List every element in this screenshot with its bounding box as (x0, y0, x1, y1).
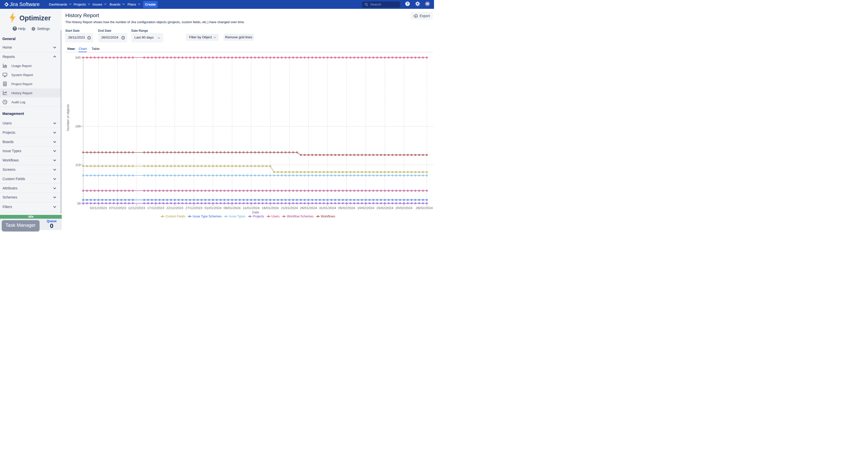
svg-text:10/02/2024: 10/02/2024 (357, 206, 374, 210)
svg-text:119: 119 (75, 163, 81, 167)
svg-text:345: 345 (75, 56, 81, 60)
svg-text:16/01/2024: 16/01/2024 (262, 206, 279, 210)
svg-text:27/12/2023: 27/12/2023 (186, 206, 203, 210)
svg-text:21/01/2024: 21/01/2024 (281, 206, 298, 210)
svg-text:199: 199 (75, 125, 81, 128)
svg-text:05/02/2024: 05/02/2024 (338, 206, 355, 210)
svg-text:12/12/2023: 12/12/2023 (128, 206, 145, 210)
svg-text:26/01/2024: 26/01/2024 (300, 206, 317, 210)
svg-text:20/02/2024: 20/02/2024 (396, 206, 412, 210)
svg-text:01/01/2024: 01/01/2024 (205, 206, 221, 210)
svg-text:15/02/2024: 15/02/2024 (376, 206, 394, 210)
svg-text:26/02/2024: 26/02/2024 (415, 206, 433, 210)
svg-text:17/12/2023: 17/12/2023 (147, 206, 164, 210)
svg-text:39: 39 (77, 201, 81, 205)
svg-text:31/01/2024: 31/01/2024 (319, 206, 336, 210)
svg-text:22/12/2023: 22/12/2023 (166, 206, 184, 210)
svg-text:06/01/2024: 06/01/2024 (223, 206, 241, 210)
svg-text:02/12/2023: 02/12/2023 (90, 206, 107, 210)
svg-text:11/01/2024: 11/01/2024 (243, 206, 259, 210)
svg-text:07/12/2023: 07/12/2023 (109, 206, 126, 210)
